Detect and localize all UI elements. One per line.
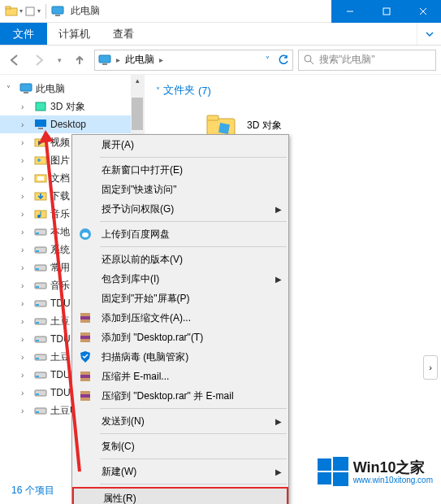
chevron-right-icon[interactable]: › — [21, 263, 31, 272]
tab-view[interactable]: 查看 — [102, 23, 145, 45]
chevron-right-icon[interactable]: › — [21, 281, 31, 290]
menu-item-label: 上传到百度网盘 — [102, 228, 170, 241]
menu-item[interactable]: 展开(A) — [72, 135, 288, 154]
svg-point-26 — [37, 215, 41, 218]
menu-item[interactable]: 复制(C) — [72, 437, 288, 456]
svg-rect-3 — [52, 7, 63, 14]
menu-item-label: 新建(W) — [102, 465, 136, 479]
qat-item-icon[interactable] — [24, 6, 36, 17]
refresh-button[interactable] — [278, 54, 289, 66]
svg-rect-17 — [38, 128, 43, 129]
svg-line-12 — [310, 61, 313, 64]
chevron-right-icon[interactable]: › — [21, 299, 31, 308]
menu-item-label: 展开(A) — [102, 138, 134, 152]
tab-computer[interactable]: 计算机 — [47, 23, 102, 45]
tree-item-label: Desktop — [50, 119, 86, 130]
music-icon — [34, 207, 47, 220]
svg-rect-71 — [333, 472, 348, 486]
svg-rect-2 — [26, 7, 34, 15]
search-box[interactable]: 搜索"此电脑" — [298, 50, 436, 71]
menu-item-label: 添加到压缩文件(A)... — [102, 311, 191, 325]
tree-item-label: 土豆 — [50, 350, 70, 364]
address-bar[interactable]: ▸ 此电脑 ▸ ˅ — [94, 50, 293, 71]
section-header[interactable]: ˅ 文件夹 (7) — [156, 83, 430, 98]
back-button[interactable] — [5, 50, 24, 70]
downloads-icon — [34, 189, 47, 202]
menu-item[interactable]: 扫描病毒 (电脑管家) — [72, 347, 288, 367]
rar-icon — [79, 370, 92, 383]
tree-item-label: 系统 — [50, 243, 70, 257]
tree-item-label: 音乐 — [50, 207, 70, 221]
forward-button[interactable] — [29, 50, 49, 70]
chevron-right-icon[interactable]: › — [21, 138, 31, 147]
chevron-down-icon[interactable]: ˅ — [6, 85, 16, 93]
file-tab[interactable]: 文件 — [0, 23, 47, 45]
chevron-right-icon[interactable]: › — [21, 102, 31, 111]
chevron-right-icon[interactable]: › — [21, 245, 31, 254]
up-button[interactable] — [70, 50, 89, 70]
menu-item[interactable]: 固定到"开始"屏幕(P) — [72, 289, 288, 308]
menu-item[interactable]: 发送到(N)▶ — [72, 411, 288, 431]
address-dropdown-icon[interactable]: ˅ — [266, 55, 270, 64]
drive-icon — [34, 279, 47, 292]
chevron-right-icon[interactable]: › — [21, 156, 31, 165]
recent-dropdown-icon[interactable]: ▾ — [54, 50, 65, 70]
close-button[interactable] — [404, 0, 441, 23]
breadcrumb-location[interactable]: 此电脑 — [125, 53, 154, 67]
chevron-right-icon[interactable]: › — [21, 335, 31, 344]
chevron-right-icon[interactable]: › — [21, 210, 31, 219]
menu-item[interactable]: 还原以前的版本(V) — [72, 250, 288, 269]
svg-rect-6 — [383, 8, 390, 15]
menu-item[interactable]: 在新窗口中打开(E) — [72, 160, 288, 180]
menu-item[interactable]: 压缩到 "Desktop.rar" 并 E-mail — [72, 386, 288, 406]
qat-dropdown-icon[interactable]: ▾ — [37, 7, 41, 15]
chevron-right-icon[interactable]: ▸ — [116, 55, 120, 64]
qat-dropdown-icon[interactable]: ▾ — [19, 7, 23, 15]
chevron-right-icon[interactable]: › — [21, 228, 31, 237]
chevron-right-icon[interactable]: › — [21, 353, 31, 362]
menu-item[interactable]: 授予访问权限(G)▶ — [72, 199, 288, 219]
menu-item[interactable]: 属性(R) — [72, 487, 288, 504]
tree-item-label: 音乐 — [50, 279, 70, 293]
maximize-button[interactable] — [368, 0, 404, 23]
menu-divider — [100, 408, 287, 409]
chevron-right-icon[interactable]: › — [21, 192, 31, 201]
chevron-right-icon[interactable]: › — [21, 406, 31, 415]
tree-item[interactable]: ›Desktop — [0, 115, 144, 133]
menu-item[interactable]: 添加到压缩文件(A)... — [72, 308, 288, 328]
svg-rect-62 — [80, 371, 90, 375]
chevron-right-icon[interactable]: › — [21, 389, 31, 398]
menu-item[interactable]: 新建(W)▶ — [72, 462, 288, 481]
menu-item[interactable]: 压缩并 E-mail... — [72, 367, 288, 386]
svg-rect-49 — [36, 411, 39, 413]
scroll-up-icon[interactable]: ▴ — [131, 75, 144, 86]
submenu-arrow-icon: ▶ — [275, 417, 282, 426]
menu-item[interactable]: 包含到库中(I)▶ — [72, 269, 288, 289]
menu-item[interactable]: 上传到百度网盘 — [72, 224, 288, 244]
menu-item-label: 压缩到 "Desktop.rar" 并 E-mail — [102, 389, 234, 403]
svg-rect-47 — [36, 393, 39, 395]
menu-item[interactable]: 添加到 "Desktop.rar"(T) — [72, 328, 288, 347]
tree-item-label: 下载 — [50, 189, 70, 203]
chevron-down-icon[interactable]: ˅ — [156, 86, 160, 95]
watermark-url: www.win10xitong.com — [353, 476, 433, 484]
submenu-arrow-icon: ▶ — [275, 275, 282, 284]
tree-item-label: 图片 — [50, 154, 70, 167]
minimize-button[interactable] — [331, 0, 368, 23]
scroll-thumb[interactable] — [132, 98, 143, 130]
pictures-icon — [34, 154, 47, 167]
chevron-right-icon[interactable]: › — [21, 371, 31, 380]
chevron-right-icon[interactable]: › — [21, 317, 31, 326]
menu-item[interactable]: 固定到"快速访问" — [72, 180, 288, 199]
chevron-right-icon[interactable]: › — [21, 120, 31, 129]
menu-item-label: 发送到(N) — [102, 415, 145, 428]
chevron-right-icon[interactable]: ▸ — [159, 55, 163, 64]
overflow-chevron[interactable]: › — [423, 355, 438, 380]
ribbon-expand-button[interactable] — [417, 23, 441, 45]
windows-logo-icon — [318, 457, 348, 488]
tree-root[interactable]: ˅ 此电脑 — [0, 80, 144, 98]
svg-point-21 — [37, 159, 41, 162]
tree-item[interactable]: ›3D 对象 — [0, 98, 144, 115]
drive-icon — [34, 368, 47, 381]
chevron-right-icon[interactable]: › — [21, 174, 31, 183]
